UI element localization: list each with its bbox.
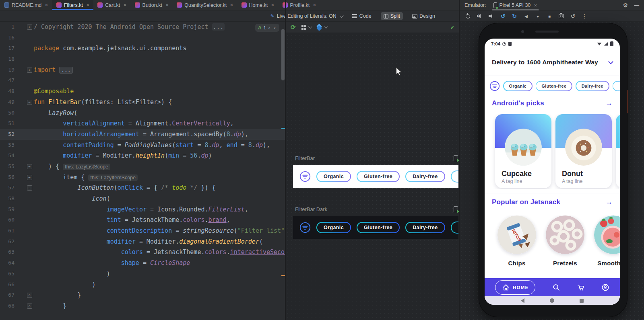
preview-label-row: FilterBar <box>295 155 458 161</box>
arrow-right-icon[interactable]: → <box>605 99 613 107</box>
filter-chip[interactable]: Dairy-free <box>405 171 445 182</box>
delivery-selector[interactable]: Delivery to 1600 Amphitheater Way <box>485 59 620 66</box>
emulator-label: Emulator: <box>464 2 486 8</box>
close-icon[interactable]: ✕ <box>123 3 126 7</box>
tab-label: QuantitySelector.kt <box>184 2 227 8</box>
code-text: modifier = Modifier.diagonalGradientBord… <box>34 236 285 247</box>
emulator-device-tab[interactable]: Pixel 5 API 30 ✕ <box>492 0 539 10</box>
popular-item[interactable]: Pretzels <box>546 215 584 272</box>
snack-card[interactable]: CupcakeA tag line <box>495 114 551 188</box>
close-icon[interactable]: ✕ <box>86 3 89 7</box>
code-text: tint = JetsnackTheme.colors.brand, <box>34 215 285 226</box>
filter-chip-partial[interactable] <box>451 222 459 234</box>
code-text: colors = JetsnackTheme.colors.interactiv… <box>34 247 285 258</box>
line-number: 19 <box>0 65 14 76</box>
snack-image: NITOS <box>497 215 536 254</box>
code-view-button[interactable]: Code <box>349 12 374 20</box>
inspection-widget[interactable]: A 1 ∧ ∨ <box>255 24 279 32</box>
file-tab[interactable]: QuantitySelector.kt✕ <box>173 0 237 10</box>
popular-item[interactable]: Smoothies <box>594 215 620 272</box>
analysis-mark-cyan[interactable] <box>281 128 285 129</box>
close-icon[interactable]: ✕ <box>165 3 169 7</box>
camera-icon <box>559 14 564 18</box>
nav-cart-icon[interactable] <box>577 283 585 291</box>
arrow-right-icon[interactable]: → <box>605 198 613 206</box>
prev-next-problem-buttons[interactable]: ∧ ∨ <box>268 26 277 30</box>
split-view-button[interactable]: Split <box>381 12 403 20</box>
nav-search-icon[interactable] <box>552 283 560 291</box>
snack-image <box>565 129 602 166</box>
filter-icon[interactable] <box>299 222 311 233</box>
code-text: ) <box>34 269 285 279</box>
live-edit-control[interactable]: ✎ Live Editing of Literals: ON <box>270 13 343 19</box>
chevron-down-icon <box>340 14 344 18</box>
file-tab[interactable]: Cart.kt✕ <box>93 0 130 10</box>
nav-profile-icon[interactable] <box>601 283 609 291</box>
run-on-device-icon[interactable] <box>454 206 458 212</box>
minimize-icon[interactable]: — <box>634 2 640 8</box>
analysis-mark-orange[interactable] <box>281 275 285 276</box>
home-button[interactable]: ● <box>535 13 541 19</box>
preview-label-row: FilterBar Dark <box>295 206 458 212</box>
code-text <box>34 33 285 43</box>
filter-chip-partial[interactable] <box>613 81 620 91</box>
file-tab[interactable]: Filters.kt✕ <box>52 0 94 10</box>
editor-scrollbar[interactable] <box>281 29 285 80</box>
volume-up-button[interactable] <box>476 13 483 19</box>
back-button[interactable]: ◀ <box>523 13 529 19</box>
snack-card[interactable] <box>616 114 620 188</box>
line-number: 17 <box>0 43 14 54</box>
android-overview-button[interactable] <box>580 299 584 303</box>
popular-item[interactable]: NITOSChips <box>497 215 536 272</box>
close-icon[interactable]: ✕ <box>271 3 274 7</box>
filter-chip[interactable]: Organic <box>316 222 351 233</box>
filter-chip[interactable]: Gluten-free <box>357 222 400 233</box>
volume-down-button[interactable] <box>488 13 494 19</box>
phone-screen[interactable]: 7:04 Delivery to 1600 Amphitheater Way O… <box>485 39 620 305</box>
filter-icon[interactable] <box>489 81 500 91</box>
code-line: 56 item { this: LazyItemScope <box>0 172 285 183</box>
code-editor[interactable]: 1/ Copyright 2020 The Android Open Sourc… <box>0 22 285 320</box>
wifi-icon <box>597 42 602 46</box>
filter-icon[interactable] <box>299 171 311 182</box>
code-line: 52 horizontalArrangement = Arrangement.s… <box>0 129 285 140</box>
android-back-button[interactable] <box>521 298 524 303</box>
filter-chip[interactable]: Gluten-free <box>536 81 572 91</box>
filter-chip[interactable]: Organic <box>503 81 533 91</box>
filter-chip-partial[interactable] <box>451 170 459 183</box>
close-icon[interactable]: ✕ <box>313 3 316 7</box>
fold-marker-icon <box>25 97 34 108</box>
code-text: } <box>34 290 285 301</box>
power-button[interactable] <box>464 13 471 19</box>
close-icon[interactable]: ✕ <box>45 3 48 7</box>
rotate-right-button[interactable]: ↻ <box>511 13 518 19</box>
code-text: package com.example.jetsnack.ui.componen… <box>34 43 285 54</box>
android-home-button[interactable] <box>550 298 554 303</box>
close-icon[interactable]: ✕ <box>534 3 537 8</box>
nav-home-tab[interactable]: HOME <box>495 280 535 295</box>
section-title: Android's picks <box>492 99 544 107</box>
close-icon[interactable]: ✕ <box>230 3 233 7</box>
volume-up-icon <box>478 14 481 18</box>
design-view-button[interactable]: Design <box>409 12 438 20</box>
code-text: item { this: LazyItemScope <box>34 172 285 183</box>
filter-chip[interactable]: Organic <box>316 171 351 182</box>
run-on-device-icon[interactable] <box>454 155 458 161</box>
preview-layout-button[interactable] <box>301 25 311 30</box>
refresh-preview-icon[interactable]: ⟳ <box>291 24 296 31</box>
snack-card[interactable]: DonutA tag line <box>555 114 612 188</box>
screenshot-button[interactable] <box>558 13 564 19</box>
filter-chip[interactable]: Dairy-free <box>405 222 445 233</box>
more-button[interactable]: ⋮ <box>581 13 588 19</box>
file-tab[interactable]: Home.kt✕ <box>237 0 279 10</box>
filter-chip[interactable]: Dairy-free <box>576 81 609 91</box>
snack-name: Cupcake <box>502 170 532 178</box>
filter-chip[interactable]: Gluten-free <box>357 171 400 182</box>
gear-icon[interactable]: ⚙ <box>623 2 628 8</box>
rotate-left-button[interactable]: ↺ <box>500 13 506 19</box>
file-tab[interactable]: Button.kt✕ <box>131 0 173 10</box>
preview-layers-button[interactable] <box>317 25 327 30</box>
file-tab[interactable]: README.md✕ <box>0 0 52 10</box>
snapshots-button[interactable]: ↺ <box>570 13 576 19</box>
overview-button[interactable]: ■ <box>546 13 553 19</box>
